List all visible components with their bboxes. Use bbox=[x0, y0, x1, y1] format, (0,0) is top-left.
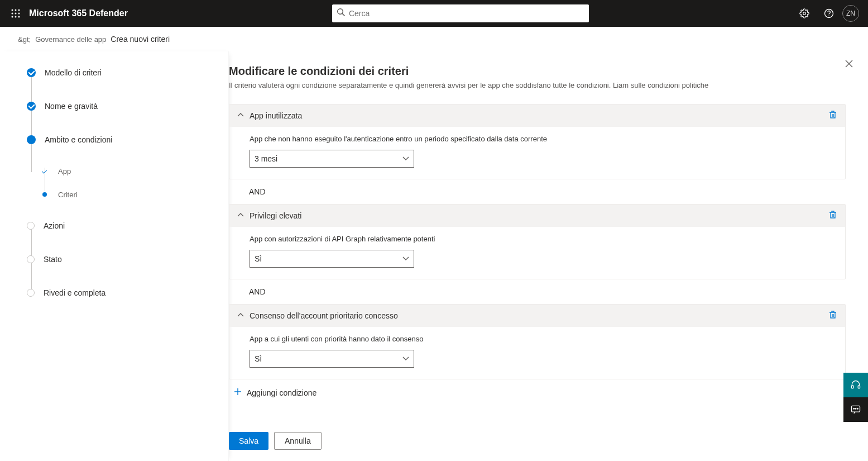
chevron-down-icon bbox=[402, 154, 409, 163]
panel-description: Il criterio valuterà ogni condizione sep… bbox=[229, 81, 846, 89]
cancel-button[interactable]: Annulla bbox=[274, 432, 322, 450]
delete-icon[interactable] bbox=[828, 210, 837, 221]
step-check-icon bbox=[27, 68, 36, 77]
close-icon[interactable] bbox=[841, 56, 857, 72]
condition-select[interactable]: Sì bbox=[250, 350, 414, 368]
condition-header[interactable]: Consenso dell'account prioritario conces… bbox=[229, 305, 845, 327]
add-condition-button[interactable]: Aggiungi condizione bbox=[229, 379, 846, 398]
plus-icon bbox=[233, 387, 242, 398]
chevron-up-icon[interactable] bbox=[237, 311, 244, 321]
select-value: 3 mesi bbox=[255, 154, 277, 163]
svg-point-0 bbox=[12, 9, 13, 11]
svg-rect-13 bbox=[858, 386, 860, 388]
panel-title: Modificare le condizioni dei criteri bbox=[229, 65, 846, 78]
condition-privileges: Privilegi elevati App con autorizzazioni… bbox=[229, 204, 846, 279]
svg-point-15 bbox=[853, 408, 855, 410]
delete-icon[interactable] bbox=[828, 310, 837, 321]
step-azioni[interactable]: Azioni bbox=[27, 216, 217, 236]
condition-description: App a cui gli utenti con priorità hanno … bbox=[250, 335, 834, 343]
search-box[interactable] bbox=[332, 4, 589, 22]
svg-point-16 bbox=[855, 408, 856, 410]
chevron-down-icon bbox=[402, 254, 409, 263]
condition-body: App a cui gli utenti con priorità hanno … bbox=[229, 327, 845, 379]
svg-point-1 bbox=[15, 9, 17, 11]
save-button[interactable]: Salva bbox=[229, 432, 268, 450]
feedback-icon[interactable] bbox=[843, 397, 868, 422]
condition-app-unused: App inutilizzata App che non hanno esegu… bbox=[229, 104, 846, 179]
panel-footer: Salva Annulla bbox=[229, 432, 322, 450]
condition-body: App che non hanno eseguito l'autenticazi… bbox=[229, 127, 845, 179]
chevron-up-icon[interactable] bbox=[237, 111, 244, 121]
panel: Modificare le condizioni dei criteri Il … bbox=[229, 51, 868, 461]
svg-point-7 bbox=[15, 16, 17, 18]
step-label: Nome e gravità bbox=[45, 102, 98, 111]
step-label: Stato bbox=[44, 255, 62, 264]
svg-point-8 bbox=[18, 16, 20, 18]
svg-point-17 bbox=[857, 408, 859, 410]
condition-title: App inutilizzata bbox=[250, 111, 823, 120]
step-label: Rivedi e completa bbox=[44, 288, 105, 297]
substep-check-icon bbox=[42, 169, 47, 173]
condition-select[interactable]: Sì bbox=[250, 250, 414, 268]
step-ambito[interactable]: Ambito e condizioni bbox=[27, 130, 217, 150]
header-actions: ZN bbox=[793, 0, 859, 27]
panel-help-link[interactable]: Liam sulle condizioni politiche bbox=[613, 81, 708, 89]
app-title: Microsoft 365 Defender bbox=[29, 8, 128, 18]
search-input[interactable] bbox=[349, 9, 584, 18]
substep-current-icon bbox=[42, 192, 47, 197]
headset-icon[interactable] bbox=[843, 373, 868, 397]
substep-label: Criteri bbox=[58, 191, 78, 199]
step-pending-icon bbox=[27, 289, 35, 297]
delete-icon[interactable] bbox=[828, 110, 837, 121]
breadcrumb-prefix: &gt; bbox=[18, 35, 31, 44]
step-label: Modello di criteri bbox=[45, 68, 102, 77]
app-launcher-icon[interactable] bbox=[4, 0, 27, 27]
select-value: Sì bbox=[255, 254, 262, 263]
condition-body: App con autorizzazioni di API Graph rela… bbox=[229, 227, 845, 279]
svg-point-11 bbox=[828, 16, 829, 16]
step-label: Azioni bbox=[44, 221, 65, 230]
help-icon[interactable] bbox=[818, 0, 840, 27]
user-avatar[interactable]: ZN bbox=[842, 5, 859, 22]
condition-title: Consenso dell'account prioritario conces… bbox=[250, 311, 823, 320]
svg-point-6 bbox=[12, 16, 13, 18]
step-check-icon bbox=[27, 102, 36, 111]
select-value: Sì bbox=[255, 354, 262, 363]
search-icon bbox=[337, 8, 349, 19]
step-label: Ambito e condizioni bbox=[45, 135, 112, 144]
add-condition-label: Aggiungi condizione bbox=[247, 388, 316, 397]
substep-label: App bbox=[58, 167, 71, 175]
svg-point-4 bbox=[15, 13, 17, 15]
svg-point-3 bbox=[12, 13, 13, 15]
svg-point-2 bbox=[18, 9, 20, 11]
substep-app[interactable]: App bbox=[42, 163, 217, 179]
global-header: Microsoft 365 Defender ZN bbox=[0, 0, 868, 27]
condition-select[interactable]: 3 mesi bbox=[250, 150, 414, 168]
search-wrap bbox=[128, 4, 793, 22]
step-pending-icon bbox=[27, 255, 35, 263]
step-modello[interactable]: Modello di criteri bbox=[27, 63, 217, 83]
step-nome[interactable]: Nome e gravità bbox=[27, 96, 217, 116]
step-pending-icon bbox=[27, 222, 35, 230]
breadcrumb: &gt; Governance delle app Crea nuovi cri… bbox=[0, 27, 868, 51]
step-current-icon bbox=[27, 135, 36, 144]
breadcrumb-parent[interactable]: Governance delle app bbox=[35, 35, 106, 44]
wizard-stepper: Modello di criteri Nome e gravità Ambito… bbox=[0, 51, 229, 461]
breadcrumb-current: Crea nuovi criteri bbox=[111, 35, 170, 44]
condition-consent: Consenso dell'account prioritario conces… bbox=[229, 304, 846, 379]
condition-title: Privilegi elevati bbox=[250, 211, 823, 220]
step-rivedi[interactable]: Rivedi e completa bbox=[27, 283, 217, 303]
substep-criteri[interactable]: Criteri bbox=[42, 187, 217, 202]
step-stato[interactable]: Stato bbox=[27, 249, 217, 269]
condition-header[interactable]: App inutilizzata bbox=[229, 104, 845, 127]
condition-description: App che non hanno eseguito l'autenticazi… bbox=[250, 135, 834, 143]
svg-point-9 bbox=[803, 12, 806, 15]
feedback-stack bbox=[843, 373, 868, 422]
chevron-down-icon bbox=[402, 354, 409, 363]
chevron-up-icon[interactable] bbox=[237, 211, 244, 221]
settings-icon[interactable] bbox=[793, 0, 816, 27]
condition-description: App con autorizzazioni di API Graph rela… bbox=[250, 235, 834, 243]
condition-header[interactable]: Privilegi elevati bbox=[229, 205, 845, 227]
svg-point-5 bbox=[18, 13, 20, 15]
svg-rect-12 bbox=[852, 386, 853, 388]
